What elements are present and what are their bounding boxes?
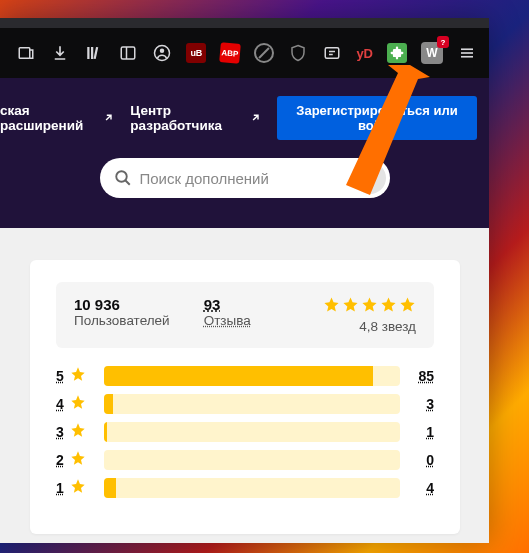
library-icon[interactable] [84,43,104,63]
dist-bar [104,394,400,414]
dist-rank-num: 3 [56,424,64,440]
dist-bar-fill [104,422,107,442]
ratings-card: 10 936 Пользователей 93 Отзыва [30,260,460,534]
svg-line-13 [125,180,130,185]
workshop-label: ская расширений [0,103,98,133]
star-icon [70,394,86,414]
browser-toolbar: uB ABP yD W ? [0,28,489,78]
sidebar-icon[interactable] [118,43,138,63]
avg-stars [323,296,416,317]
dist-count[interactable]: 4 [412,480,434,496]
star-icon [399,296,416,317]
distribution-list: 58543312014 [56,366,434,498]
dist-bar [104,422,400,442]
dist-row-2[interactable]: 20 [56,450,434,470]
translate-extension-icon[interactable] [322,43,342,63]
dev-center-label: Центр разработчика [130,103,244,133]
w-label: W [426,46,437,60]
dist-bar [104,450,400,470]
search-input[interactable] [100,158,390,198]
nav-row: ская расширений Центр разработчика Зарег… [0,90,489,158]
avg-label: 4,8 звезд [323,319,416,334]
external-link-icon [104,113,112,123]
account-icon[interactable] [152,43,172,63]
dist-rank-num: 5 [56,368,64,384]
puzzle-extension-icon[interactable] [387,43,407,63]
shield-extension-icon[interactable] [288,43,308,63]
star-icon [380,296,397,317]
block-extension-icon[interactable] [254,43,274,63]
dist-count[interactable]: 1 [412,424,434,440]
svg-rect-2 [91,47,93,59]
hamburger-menu-icon[interactable] [457,43,477,63]
users-count: 10 936 [74,296,170,313]
summary-row: 10 936 Пользователей 93 Отзыва [56,282,434,348]
workshop-link[interactable]: ская расширений [0,103,112,133]
dist-bar-fill [104,366,373,386]
ublock-extension-icon[interactable]: uB [186,43,206,63]
yd-d: D [364,46,373,61]
w-badge-icon: ? [437,36,449,48]
search-submit-button[interactable] [354,162,386,194]
dist-count[interactable]: 85 [412,368,434,384]
svg-point-12 [116,171,127,182]
summary-left: 10 936 Пользователей 93 Отзыва [74,296,251,328]
search-icon [114,169,132,187]
users-block: 10 936 Пользователей [74,296,170,328]
dist-rank-num: 4 [56,396,64,412]
reader-icon[interactable] [16,43,36,63]
star-icon [70,366,86,386]
dist-rank-num: 1 [56,480,64,496]
dist-bar [104,478,400,498]
search-wrap [100,158,390,198]
dist-bar-fill [104,478,116,498]
page-header: ская расширений Центр разработчика Зарег… [0,78,489,228]
dist-rank[interactable]: 3 [56,422,92,442]
dist-row-3[interactable]: 31 [56,422,434,442]
svg-point-7 [160,49,165,54]
dist-rank-num: 2 [56,452,64,468]
users-label: Пользователей [74,313,170,328]
reviews-count[interactable]: 93 [204,296,251,313]
star-icon [70,478,86,498]
dist-rank[interactable]: 1 [56,478,92,498]
external-link-icon [251,113,259,123]
dist-count[interactable]: 3 [412,396,434,412]
dist-row-5[interactable]: 585 [56,366,434,386]
reviews-label[interactable]: Отзыва [204,313,251,328]
svg-rect-0 [20,48,31,59]
dist-rank[interactable]: 5 [56,366,92,386]
dist-bar [104,366,400,386]
star-icon [342,296,359,317]
svg-rect-1 [88,47,90,59]
svg-rect-8 [326,48,340,59]
arrow-right-icon [362,170,378,186]
svg-rect-3 [94,47,99,59]
dev-center-link[interactable]: Центр разработчика [130,103,259,133]
dist-count[interactable]: 0 [412,452,434,468]
w-extension-icon[interactable]: W ? [421,42,443,64]
reviews-block[interactable]: 93 Отзыва [204,296,251,328]
login-register-button[interactable]: Зарегистрироваться или войти [277,96,477,140]
download-icon[interactable] [50,43,70,63]
summary-right: 4,8 звезд [323,296,416,334]
tab-strip [0,18,489,28]
dist-row-4[interactable]: 43 [56,394,434,414]
browser-window: uB ABP yD W ? ская расширений Центр раз [0,18,489,543]
dist-bar-fill [104,394,113,414]
star-icon [323,296,340,317]
yd-extension-icon[interactable]: yD [356,46,373,61]
star-icon [361,296,378,317]
star-icon [70,450,86,470]
dist-rank[interactable]: 4 [56,394,92,414]
yd-y: y [356,46,363,61]
content-area: 10 936 Пользователей 93 Отзыва [0,228,489,543]
dist-rank[interactable]: 2 [56,450,92,470]
star-icon [70,422,86,442]
svg-rect-4 [122,47,136,59]
adblock-plus-extension-icon[interactable]: ABP [220,42,242,64]
dist-row-1[interactable]: 14 [56,478,434,498]
